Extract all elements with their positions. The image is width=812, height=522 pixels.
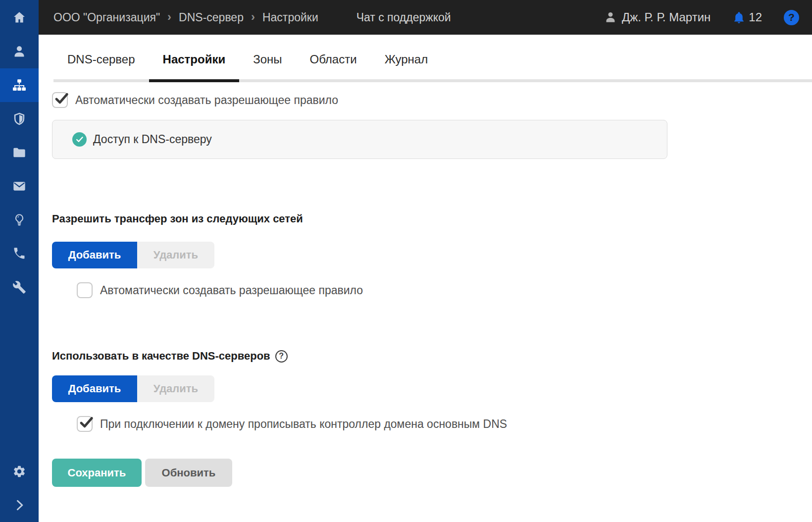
- sidebar-item-users[interactable]: [0, 35, 39, 68]
- sidebar-collapse-button[interactable]: [0, 488, 39, 522]
- tab-areas[interactable]: Области: [296, 52, 371, 79]
- breadcrumb: ООО "Организация" › DNS-сервер › Настрой…: [53, 10, 356, 24]
- domain-dns-rule-label: При подключении к домену прописывать кон…: [100, 418, 507, 431]
- tab-journal[interactable]: Журнал: [371, 52, 442, 79]
- wrench-icon: [12, 280, 26, 294]
- main-area: ООО "Организация" › DNS-сервер › Настрой…: [39, 0, 812, 522]
- tab-zones[interactable]: Зоны: [239, 52, 296, 79]
- sidebar-item-mail[interactable]: [0, 169, 39, 203]
- sidebar-item-home[interactable]: [0, 0, 39, 35]
- domain-dns-rule-row: При подключении к домену прописывать кон…: [77, 416, 812, 432]
- checkmark-icon: [53, 91, 69, 106]
- user-name: Дж. Р. Р. Мартин: [622, 10, 710, 24]
- lightbulb-icon: [12, 213, 26, 227]
- access-rule-panel[interactable]: Доступ к DNS-серверу: [52, 120, 667, 159]
- dns-servers-add-button[interactable]: Добавить: [52, 375, 137, 402]
- sidebar-item-phone[interactable]: [0, 237, 39, 270]
- notification-count-badge: 12: [749, 10, 762, 24]
- help-circle-icon[interactable]: ?: [275, 350, 288, 363]
- sidebar-item-network[interactable]: [0, 68, 39, 102]
- sidebar-item-files[interactable]: [0, 136, 39, 169]
- sidebar-item-ideas[interactable]: [0, 203, 39, 237]
- access-rule-label: Доступ к DNS-серверу: [93, 133, 212, 146]
- breadcrumb-separator-icon: ›: [167, 10, 171, 24]
- folder-icon: [12, 146, 26, 159]
- dns-servers-title: Использовать в качестве DNS-серверов ?: [52, 350, 812, 363]
- auto-rule-label: Автоматически создавать разрешающее прав…: [75, 94, 338, 107]
- shield-icon: [12, 112, 26, 126]
- auto-rule-checkbox-row: Автоматически создавать разрешающее прав…: [52, 92, 812, 108]
- breadcrumb-settings: Настройки: [262, 11, 318, 24]
- content: DNS-сервер Настройки Зоны Области Журнал…: [39, 35, 812, 522]
- breadcrumb-separator-icon: ›: [251, 10, 255, 24]
- topbar-right: Дж. Р. Р. Мартин 12 ?: [451, 10, 799, 25]
- zone-transfer-button-group: Добавить Удалить: [52, 242, 812, 268]
- dns-servers-button-group: Добавить Удалить: [52, 375, 812, 402]
- zone-transfer-auto-rule-checkbox[interactable]: [77, 282, 93, 298]
- refresh-button[interactable]: Обновить: [145, 459, 232, 487]
- sidebar-spacer: [0, 304, 39, 455]
- home-icon: [12, 10, 26, 24]
- breadcrumb-organization[interactable]: ООО "Организация": [53, 11, 160, 24]
- sitemap-icon: [12, 78, 26, 92]
- sidebar-item-tools[interactable]: [0, 270, 39, 304]
- tab-dns-server[interactable]: DNS-сервер: [53, 52, 149, 79]
- zone-transfer-title: Разрешить трансфер зон из следующих сете…: [52, 212, 812, 225]
- chevron-right-icon: [12, 498, 26, 512]
- domain-dns-rule-checkbox[interactable]: [77, 416, 93, 432]
- checkmark-icon: [78, 415, 94, 430]
- zone-transfer-title-text: Разрешить трансфер зон из следующих сете…: [52, 212, 303, 225]
- sidebar-item-security[interactable]: [0, 102, 39, 136]
- breadcrumb-dns-server[interactable]: DNS-сервер: [179, 11, 244, 24]
- user-menu[interactable]: Дж. Р. Р. Мартин: [604, 10, 710, 24]
- app-window: ООО "Организация" › DNS-сервер › Настрой…: [0, 0, 812, 522]
- enabled-check-icon: [72, 132, 87, 147]
- auto-rule-checkbox[interactable]: [52, 92, 68, 108]
- form-actions: Сохранить Обновить: [52, 459, 812, 487]
- topbar: ООО "Организация" › DNS-сервер › Настрой…: [39, 0, 812, 35]
- envelope-icon: [12, 179, 26, 193]
- zone-transfer-auto-rule-label: Автоматически создавать разрешающее прав…: [100, 284, 363, 297]
- phone-icon: [12, 247, 26, 261]
- zone-transfer-auto-rule-row: Автоматически создавать разрешающее прав…: [77, 282, 812, 298]
- sidebar-item-settings[interactable]: [0, 455, 39, 488]
- zone-transfer-add-button[interactable]: Добавить: [52, 242, 137, 268]
- question-mark-icon: ?: [788, 11, 795, 23]
- gear-icon: [12, 465, 26, 478]
- dns-servers-title-text: Использовать в качестве DNS-серверов: [52, 350, 270, 363]
- save-button[interactable]: Сохранить: [52, 459, 142, 487]
- user-icon: [604, 11, 617, 24]
- bell-icon: [732, 11, 746, 24]
- zone-transfer-delete-button[interactable]: Удалить: [137, 242, 214, 268]
- tab-settings[interactable]: Настройки: [149, 52, 240, 82]
- help-button[interactable]: ?: [784, 10, 799, 25]
- settings-page: Автоматически создавать разрешающее прав…: [39, 92, 812, 487]
- dns-servers-delete-button[interactable]: Удалить: [137, 375, 214, 402]
- notifications-button[interactable]: 12: [732, 10, 762, 24]
- support-chat-link[interactable]: Чат с поддержкой: [356, 11, 451, 24]
- user-icon: [12, 45, 26, 58]
- sidebar: [0, 0, 39, 522]
- tab-bar: DNS-сервер Настройки Зоны Области Журнал: [53, 35, 812, 82]
